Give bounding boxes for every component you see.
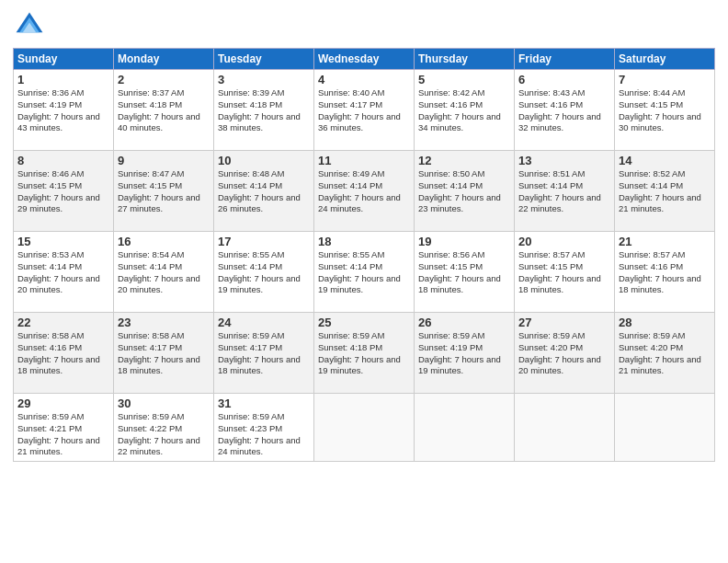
day-number: 8 [17,154,109,167]
sunset: Sunset: 4:21 PM [17,423,82,433]
sunset: Sunset: 4:19 PM [418,342,483,352]
calendar-cell: 17Sunrise: 8:55 AMSunset: 4:14 PMDayligh… [214,232,314,313]
calendar-cell: 8Sunrise: 8:46 AMSunset: 4:15 PMDaylight… [14,151,114,232]
calendar-cell [615,394,715,462]
daylight: Daylight: 7 hours and 18 minutes. [418,273,501,295]
sunrise: Sunrise: 8:50 AM [418,168,484,178]
daylight: Daylight: 7 hours and 18 minutes. [218,354,301,376]
weekday-header-friday: Friday [515,49,615,70]
daylight: Daylight: 7 hours and 23 minutes. [418,192,501,214]
sunset: Sunset: 4:14 PM [418,180,483,190]
day-number: 15 [17,235,109,248]
sunset: Sunset: 4:23 PM [218,423,282,433]
day-number: 1 [17,73,109,86]
day-number: 17 [218,235,310,248]
week-row-4: 22Sunrise: 8:58 AMSunset: 4:16 PMDayligh… [14,313,715,394]
calendar-cell: 16Sunrise: 8:54 AMSunset: 4:14 PMDayligh… [114,232,214,313]
day-number: 27 [518,316,610,329]
sunrise: Sunrise: 8:54 AM [118,249,184,259]
day-info: Sunrise: 8:37 AMSunset: 4:18 PMDaylight:… [118,87,210,134]
calendar: SundayMondayTuesdayWednesdayThursdayFrid… [13,48,715,462]
day-info: Sunrise: 8:57 AMSunset: 4:16 PMDaylight:… [619,249,711,296]
calendar-cell [515,394,615,462]
calendar-cell: 12Sunrise: 8:50 AMSunset: 4:14 PMDayligh… [415,151,515,232]
sunset: Sunset: 4:16 PM [418,99,483,109]
sunset: Sunset: 4:14 PM [17,261,82,271]
calendar-cell: 5Sunrise: 8:42 AMSunset: 4:16 PMDaylight… [415,70,515,151]
daylight: Daylight: 7 hours and 24 minutes. [318,192,401,214]
daylight: Daylight: 7 hours and 22 minutes. [518,192,601,214]
calendar-cell: 18Sunrise: 8:55 AMSunset: 4:14 PMDayligh… [314,232,415,313]
sunset: Sunset: 4:16 PM [17,342,82,352]
sunrise: Sunrise: 8:46 AM [17,168,84,178]
day-info: Sunrise: 8:51 AMSunset: 4:14 PMDaylight:… [518,168,610,215]
sunrise: Sunrise: 8:59 AM [17,411,84,421]
daylight: Daylight: 7 hours and 18 minutes. [619,273,701,295]
calendar-cell: 31Sunrise: 8:59 AMSunset: 4:23 PMDayligh… [214,394,314,462]
calendar-cell: 27Sunrise: 8:59 AMSunset: 4:20 PMDayligh… [515,313,615,394]
day-info: Sunrise: 8:40 AMSunset: 4:17 PMDaylight:… [318,87,410,134]
sunset: Sunset: 4:17 PM [218,342,282,352]
calendar-cell: 13Sunrise: 8:51 AMSunset: 4:14 PMDayligh… [515,151,615,232]
daylight: Daylight: 7 hours and 19 minutes. [418,354,501,376]
sunset: Sunset: 4:15 PM [17,180,82,190]
day-number: 6 [518,73,610,86]
calendar-cell: 2Sunrise: 8:37 AMSunset: 4:18 PMDaylight… [114,70,214,151]
sunset: Sunset: 4:14 PM [318,180,382,190]
day-info: Sunrise: 8:53 AMSunset: 4:14 PMDaylight:… [17,249,109,296]
daylight: Daylight: 7 hours and 18 minutes. [17,354,100,376]
day-info: Sunrise: 8:39 AMSunset: 4:18 PMDaylight:… [218,87,310,134]
day-number: 3 [218,73,310,86]
sunrise: Sunrise: 8:43 AM [518,87,585,98]
daylight: Daylight: 7 hours and 18 minutes. [518,273,601,295]
calendar-cell: 10Sunrise: 8:48 AMSunset: 4:14 PMDayligh… [214,151,314,232]
daylight: Daylight: 7 hours and 32 minutes. [518,111,601,133]
sunrise: Sunrise: 8:49 AM [318,168,384,178]
week-row-3: 15Sunrise: 8:53 AMSunset: 4:14 PMDayligh… [14,232,715,313]
sunrise: Sunrise: 8:57 AM [619,249,685,259]
daylight: Daylight: 7 hours and 20 minutes. [518,354,601,376]
weekday-header-row: SundayMondayTuesdayWednesdayThursdayFrid… [14,49,715,70]
sunset: Sunset: 4:15 PM [118,180,182,190]
sunrise: Sunrise: 8:59 AM [619,330,685,340]
day-info: Sunrise: 8:55 AMSunset: 4:14 PMDaylight:… [218,249,310,296]
daylight: Daylight: 7 hours and 21 minutes. [17,435,100,457]
sunrise: Sunrise: 8:47 AM [118,168,184,178]
sunset: Sunset: 4:16 PM [619,261,683,271]
calendar-cell: 19Sunrise: 8:56 AMSunset: 4:15 PMDayligh… [415,232,515,313]
calendar-cell: 28Sunrise: 8:59 AMSunset: 4:20 PMDayligh… [615,313,715,394]
day-info: Sunrise: 8:47 AMSunset: 4:15 PMDaylight:… [118,168,210,215]
weekday-header-sunday: Sunday [14,49,114,70]
day-info: Sunrise: 8:59 AMSunset: 4:21 PMDaylight:… [17,411,109,458]
weekday-header-saturday: Saturday [615,49,715,70]
sunrise: Sunrise: 8:56 AM [418,249,484,259]
sunset: Sunset: 4:18 PM [118,99,182,109]
day-info: Sunrise: 8:42 AMSunset: 4:16 PMDaylight:… [418,87,510,134]
sunset: Sunset: 4:22 PM [118,423,182,433]
week-row-2: 8Sunrise: 8:46 AMSunset: 4:15 PMDaylight… [14,151,715,232]
day-number: 21 [619,235,711,248]
weekday-header-monday: Monday [114,49,214,70]
daylight: Daylight: 7 hours and 40 minutes. [118,111,200,133]
daylight: Daylight: 7 hours and 36 minutes. [318,111,401,133]
logo-icon [13,9,46,42]
day-number: 18 [318,235,410,248]
daylight: Daylight: 7 hours and 21 minutes. [619,192,701,214]
day-number: 31 [218,396,310,410]
daylight: Daylight: 7 hours and 30 minutes. [619,111,701,133]
day-number: 10 [218,154,310,167]
day-info: Sunrise: 8:59 AMSunset: 4:23 PMDaylight:… [218,411,310,458]
day-info: Sunrise: 8:59 AMSunset: 4:17 PMDaylight:… [218,330,310,377]
daylight: Daylight: 7 hours and 27 minutes. [118,192,200,214]
daylight: Daylight: 7 hours and 43 minutes. [17,111,100,133]
daylight: Daylight: 7 hours and 34 minutes. [418,111,501,133]
calendar-cell [415,394,515,462]
weekday-header-wednesday: Wednesday [314,49,415,70]
daylight: Daylight: 7 hours and 18 minutes. [118,354,200,376]
calendar-cell: 23Sunrise: 8:58 AMSunset: 4:17 PMDayligh… [114,313,214,394]
sunset: Sunset: 4:20 PM [518,342,583,352]
sunrise: Sunrise: 8:37 AM [118,87,184,98]
day-info: Sunrise: 8:59 AMSunset: 4:18 PMDaylight:… [318,330,410,377]
week-row-5: 29Sunrise: 8:59 AMSunset: 4:21 PMDayligh… [14,394,715,462]
sunrise: Sunrise: 8:52 AM [619,168,685,178]
